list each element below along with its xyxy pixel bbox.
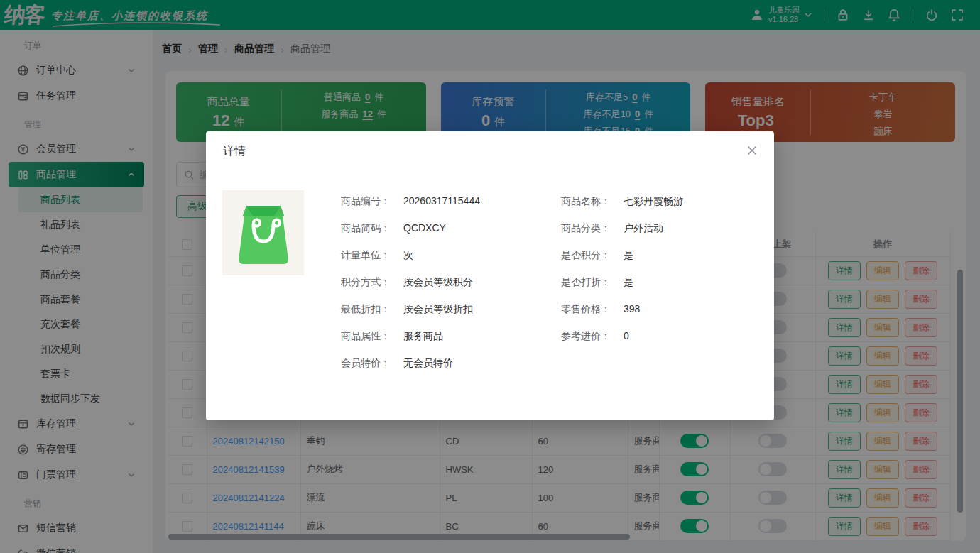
modal-field: 积分方式：按会员等级积分 [341, 276, 480, 303]
field-value: 20260317115444 [403, 195, 480, 222]
field-label: 零售价格： [561, 303, 624, 330]
modal-field: 是否积分：是 [561, 249, 683, 276]
field-label: 是否打折： [561, 276, 624, 303]
close-icon[interactable] [746, 144, 758, 157]
detail-modal: 详情 商品编号：20260317115444商品简码：QCDXCY计量单位：次积… [206, 131, 774, 420]
field-label: 商品名称： [561, 195, 624, 222]
field-value: 七彩丹霞畅游 [624, 195, 683, 222]
modal-field: 零售价格：398 [561, 303, 683, 330]
modal-field: 商品分类：户外活动 [561, 222, 683, 249]
field-label: 商品属性： [341, 330, 403, 357]
field-value: 按会员等级折扣 [403, 303, 473, 330]
modal-title: 详情 [223, 144, 246, 159]
modal-field: 商品简码：QCDXCY [341, 222, 480, 249]
field-value: QCDXCY [403, 222, 446, 249]
field-value: 0 [624, 330, 629, 357]
field-label: 商品简码： [341, 222, 403, 249]
field-label: 会员特价： [341, 357, 403, 384]
product-image [222, 190, 304, 275]
modal-field: 商品名称：七彩丹霞畅游 [561, 195, 683, 222]
field-label: 参考进价： [561, 330, 624, 357]
field-value: 是 [624, 276, 633, 303]
modal-field: 商品编号：20260317115444 [341, 195, 480, 222]
field-value: 398 [624, 303, 640, 330]
field-label: 最低折扣： [341, 303, 403, 330]
modal-fields-right: 商品名称：七彩丹霞畅游商品分类：户外活动是否积分：是是否打折：是零售价格：398… [561, 195, 683, 357]
modal-fields-left: 商品编号：20260317115444商品简码：QCDXCY计量单位：次积分方式… [341, 195, 480, 384]
field-value: 按会员等级积分 [403, 276, 473, 303]
field-value: 户外活动 [624, 222, 663, 249]
field-value: 服务商品 [403, 330, 443, 357]
shopping-bag-icon [234, 200, 293, 265]
modal-field: 参考进价：0 [561, 330, 683, 357]
modal-field: 是否打折：是 [561, 276, 683, 303]
field-label: 计量单位： [341, 249, 403, 276]
field-value: 次 [403, 249, 413, 276]
field-label: 商品分类： [561, 222, 624, 249]
field-label: 是否积分： [561, 249, 624, 276]
modal-field: 最低折扣：按会员等级折扣 [341, 303, 480, 330]
modal-field: 商品属性：服务商品 [341, 330, 480, 357]
field-value: 无会员特价 [403, 357, 453, 384]
field-label: 积分方式： [341, 276, 403, 303]
modal-field: 会员特价：无会员特价 [341, 357, 480, 384]
field-value: 是 [624, 249, 633, 276]
modal-field: 计量单位：次 [341, 249, 480, 276]
field-label: 商品编号： [341, 195, 403, 222]
